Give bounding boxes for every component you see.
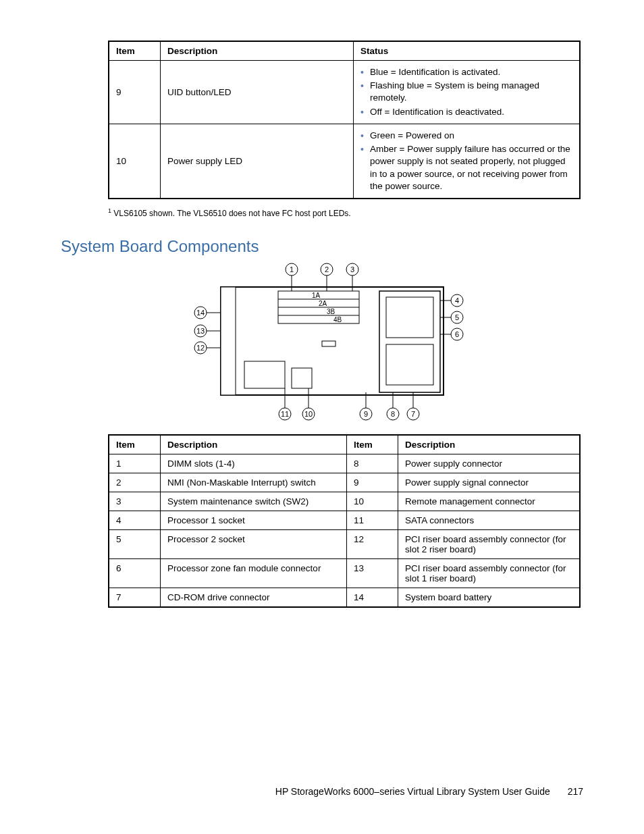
svg-rect-7 (386, 297, 433, 338)
cell-description: Remote management connector (398, 492, 581, 511)
cell-description: UID button/LED (161, 61, 354, 124)
cell-description: PCI riser board assembly connector (for … (398, 558, 581, 588)
cell-description: CD-ROM drive connector (161, 588, 347, 607)
svg-rect-8 (386, 344, 433, 385)
col-item: Item (109, 41, 161, 61)
cell-description: PCI riser board assembly connector (for … (398, 529, 581, 558)
components-table: Item Description Item Description 1DIMM … (108, 434, 581, 608)
callout: 12 (194, 342, 221, 354)
status-item: Amber = Power supply failure has occurre… (360, 143, 572, 192)
cell-description: Processor zone fan module connector (161, 558, 347, 588)
cell-item: 11 (347, 511, 398, 529)
svg-rect-11 (322, 341, 336, 346)
dimm-label: 3B (327, 308, 336, 315)
svg-text:1: 1 (290, 265, 294, 273)
status-item: Flashing blue = System is being managed … (360, 80, 572, 104)
section-heading: System Board Components (61, 237, 583, 256)
table-row: 3System maintenance switch (SW2)10Remote… (109, 492, 580, 511)
table-row: 7CD-ROM drive connector14System board ba… (109, 588, 580, 607)
table-row: 4Processor 1 socket11SATA connectors (109, 511, 580, 529)
svg-text:13: 13 (196, 327, 205, 335)
table-row: 10 Power supply LED Green = Powered on A… (109, 124, 580, 199)
page-footer: HP StorageWorks 6000–series Virtual Libr… (275, 786, 583, 797)
svg-text:4: 4 (455, 296, 459, 305)
col-status: Status (354, 41, 581, 61)
table-row: 9 UID button/LED Blue = Identification i… (109, 61, 580, 124)
status-table: Item Description Status 9 UID button/LED… (108, 41, 581, 199)
system-board-diagram: 1A 2A 3B 4B 1 2 3 4 5 6 7 8 9 10 11 12 1… (177, 260, 467, 422)
cell-description: System board battery (398, 588, 581, 607)
svg-text:5: 5 (455, 313, 459, 321)
svg-text:3: 3 (350, 265, 354, 273)
cell-description: Power supply connector (398, 454, 581, 473)
cell-item: 10 (347, 492, 398, 511)
status-item: Green = Powered on (360, 130, 572, 142)
cell-item: 14 (347, 588, 398, 607)
col-item: Item (347, 435, 398, 454)
cell-item: 3 (109, 492, 161, 511)
cell-item: 13 (347, 558, 398, 588)
cell-description: Power supply signal connector (398, 473, 581, 492)
svg-text:9: 9 (364, 410, 368, 418)
svg-text:2: 2 (325, 265, 329, 273)
cell-item: 7 (109, 588, 161, 607)
cell-item: 10 (109, 124, 161, 199)
table-row: 2NMI (Non-Maskable Interrupt) switch9Pow… (109, 473, 580, 492)
callout: 9 (360, 392, 372, 420)
cell-description: Processor 1 socket (161, 511, 347, 529)
svg-text:12: 12 (196, 344, 205, 352)
cell-item: 8 (347, 454, 398, 473)
svg-text:7: 7 (411, 410, 415, 418)
svg-rect-9 (244, 361, 285, 388)
cell-item: 1 (109, 454, 161, 473)
col-description: Description (398, 435, 581, 454)
svg-rect-1 (221, 287, 236, 395)
table-row: 5Processor 2 socket12PCI riser board ass… (109, 529, 580, 558)
callout: 13 (194, 325, 221, 337)
status-item: Blue = Identification is activated. (360, 66, 572, 78)
footnote: 1 VLS6105 shown. The VLS6510 does not ha… (108, 207, 583, 218)
svg-text:14: 14 (196, 309, 205, 317)
footer-page-number: 217 (568, 786, 583, 797)
cell-description: System maintenance switch (SW2) (161, 492, 347, 511)
svg-text:10: 10 (304, 410, 313, 418)
cell-item: 9 (347, 473, 398, 492)
cell-status: Green = Powered on Amber = Power supply … (354, 124, 581, 199)
cell-item: 6 (109, 558, 161, 588)
cell-status: Blue = Identification is activated. Flas… (354, 61, 581, 124)
table-row: 1DIMM slots (1-4)8Power supply connector (109, 454, 580, 473)
svg-rect-10 (292, 368, 312, 388)
col-item: Item (109, 435, 161, 454)
cell-description: Power supply LED (161, 124, 354, 199)
col-description: Description (161, 41, 354, 61)
cell-item: 12 (347, 529, 398, 558)
dimm-label: 4B (333, 316, 342, 323)
cell-item: 4 (109, 511, 161, 529)
cell-description: DIMM slots (1-4) (161, 454, 347, 473)
dimm-label: 1A (312, 292, 321, 299)
cell-description: Processor 2 socket (161, 529, 347, 558)
svg-text:6: 6 (455, 330, 459, 338)
dimm-label: 2A (319, 300, 327, 307)
cell-item: 5 (109, 529, 161, 558)
col-description: Description (161, 435, 347, 454)
callout: 8 (387, 392, 399, 420)
footer-title: HP StorageWorks 6000–series Virtual Libr… (275, 786, 550, 797)
footnote-text: VLS6105 shown. The VLS6510 does not have… (111, 209, 351, 218)
svg-text:8: 8 (391, 410, 395, 418)
cell-item: 9 (109, 61, 161, 124)
cell-description: SATA connectors (398, 511, 581, 529)
svg-text:11: 11 (281, 410, 289, 418)
cell-description: NMI (Non-Maskable Interrupt) switch (161, 473, 347, 492)
cell-item: 2 (109, 473, 161, 492)
status-item: Off = Identification is deactivated. (360, 106, 572, 118)
table-row: 6Processor zone fan module connector13PC… (109, 558, 580, 588)
callout: 14 (194, 307, 221, 319)
callout: 7 (407, 392, 419, 420)
